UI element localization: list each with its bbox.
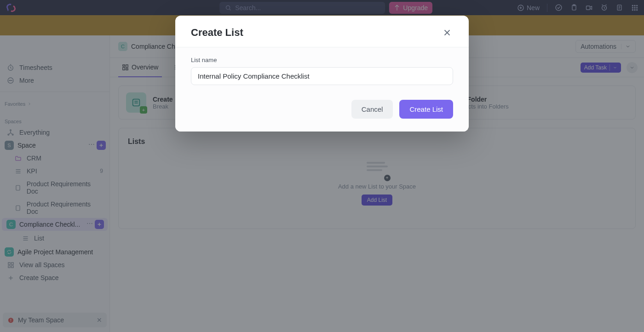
submit-label: Create List (409, 105, 443, 113)
cancel-label: Cancel (362, 105, 383, 113)
modal-close-button[interactable] (441, 27, 453, 39)
close-icon (442, 28, 452, 38)
list-name-label: List name (191, 57, 453, 63)
create-list-modal: Create List List name Cancel Create List (175, 16, 469, 132)
modal-overlay[interactable]: Create List List name Cancel Create List (0, 0, 644, 332)
modal-title: Create List (191, 27, 243, 39)
create-list-submit-button[interactable]: Create List (399, 100, 453, 119)
list-name-input[interactable] (191, 67, 453, 85)
cancel-button[interactable]: Cancel (351, 100, 393, 119)
